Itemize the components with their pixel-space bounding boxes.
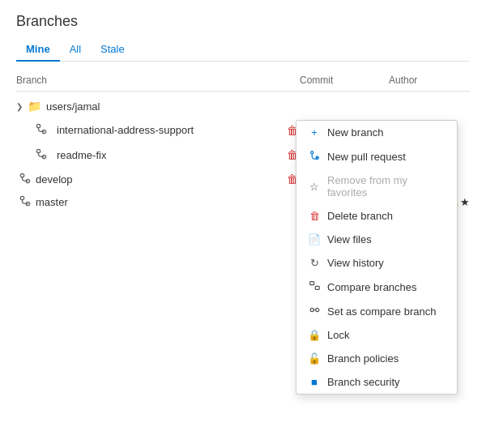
svg-rect-15 [309, 282, 313, 285]
svg-point-17 [310, 308, 313, 311]
menu-label: View history [327, 257, 384, 269]
table-header: Branch Commit Author [16, 70, 470, 92]
group-header[interactable]: ❯ 📁 users/jamal [16, 95, 470, 117]
branch-icon [19, 173, 31, 186]
lock-icon: 🔒 [308, 329, 321, 341]
compare-icon [308, 280, 321, 293]
menu-label: Delete branch [327, 210, 393, 222]
tab-mine[interactable]: Mine [16, 38, 60, 62]
svg-point-9 [20, 196, 23, 199]
plus-icon: + [308, 126, 321, 139]
policies-icon: 🔓 [308, 352, 321, 365]
context-menu: + New branch New pull request ☆ Remove f… [296, 120, 458, 395]
menu-label: Remove from my favorites [327, 174, 446, 198]
history-icon: ↻ [308, 257, 321, 269]
menu-item-new-pull-request[interactable]: New pull request [296, 144, 457, 169]
menu-label: Lock [327, 329, 349, 341]
branch-name: readme-fix [57, 149, 284, 161]
menu-label: New pull request [327, 151, 406, 163]
group-name: users/jamal [46, 100, 100, 113]
menu-item-branch-policies[interactable]: 🔓 Branch policies [296, 347, 457, 370]
branch-icon [19, 195, 31, 209]
star-icon[interactable]: ★ [460, 196, 470, 208]
menu-label: Set as compare branch [327, 305, 436, 318]
set-compare-icon [308, 305, 321, 318]
tab-bar: Mine All Stale [16, 38, 470, 62]
security-icon: ■ [308, 376, 321, 388]
page-title: Branches [16, 13, 470, 30]
svg-point-12 [310, 151, 313, 154]
svg-point-18 [315, 308, 318, 311]
branch-name: international-address-support [57, 124, 284, 136]
menu-item-view-files[interactable]: 📄 View files [296, 228, 457, 251]
pull-request-icon [308, 150, 321, 163]
star-icon: ☆ [308, 181, 321, 193]
menu-item-set-compare[interactable]: Set as compare branch [296, 299, 457, 323]
menu-item-view-history[interactable]: ↻ View history [296, 251, 457, 275]
svg-point-6 [20, 173, 23, 177]
menu-item-remove-favorites: ☆ Remove from my favorites [296, 169, 457, 204]
branch-icon [36, 148, 47, 162]
menu-item-new-branch[interactable]: + New branch [296, 121, 457, 144]
tab-all[interactable]: All [60, 38, 91, 62]
menu-item-delete-branch[interactable]: 🗑 Delete branch [296, 204, 457, 228]
branch-name: develop [36, 173, 284, 186]
menu-label: Branch policies [327, 352, 399, 365]
menu-label: New branch [327, 126, 383, 139]
folder-icon: 📁 [28, 100, 41, 113]
menu-label: Branch security [327, 376, 400, 388]
menu-label: Compare branches [327, 281, 417, 293]
menu-item-compare-branches[interactable]: Compare branches [296, 275, 457, 299]
menu-item-branch-security[interactable]: ■ Branch security [296, 370, 457, 394]
header-author: Author [389, 75, 470, 86]
svg-point-3 [36, 149, 40, 152]
branch-icon [36, 123, 47, 137]
tab-stale[interactable]: Stale [91, 38, 134, 62]
svg-point-0 [36, 124, 40, 127]
header-branch: Branch [16, 75, 292, 86]
svg-rect-16 [315, 286, 319, 289]
file-icon: 📄 [308, 233, 321, 245]
menu-label: View files [327, 233, 372, 245]
header-commit: Commit [292, 75, 389, 86]
chevron-down-icon: ❯ [16, 102, 23, 111]
menu-item-lock[interactable]: 🔒 Lock [296, 323, 457, 347]
trash-icon: 🗑 [308, 210, 321, 222]
